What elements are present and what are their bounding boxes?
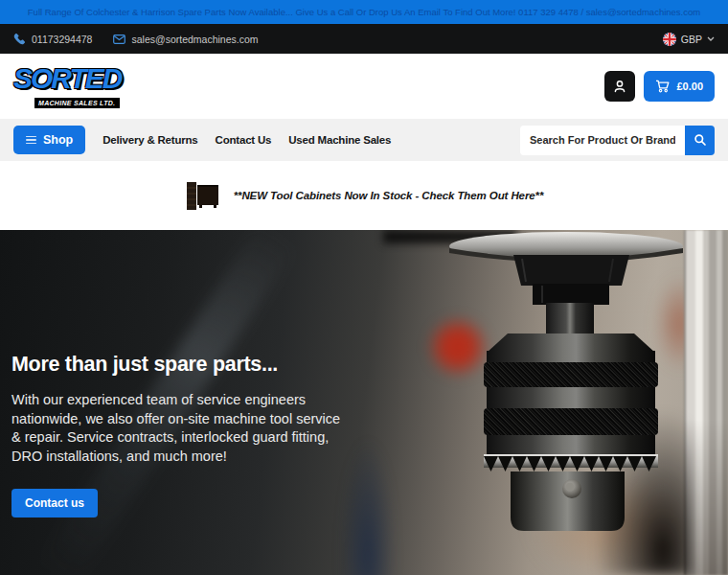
nav-link-contact-us[interactable]: Contact Us [216, 134, 272, 146]
utility-bar: 01173294478 sales@sortedmachines.com GBP [0, 24, 728, 54]
nav-bar: Shop Delivery & Returns Contact Us Used … [0, 119, 728, 161]
currency-code: GBP [681, 34, 702, 45]
search-button[interactable] [685, 126, 715, 155]
site-logo[interactable]: SORTED MACHINE SALES LTD. [13, 64, 121, 108]
envelope-icon [113, 34, 125, 44]
hero-heading: More than just spare parts... [11, 353, 343, 377]
currency-selector[interactable]: GBP [663, 33, 715, 46]
contact-us-button[interactable]: Contact us [11, 489, 98, 518]
chevron-down-icon [707, 36, 715, 41]
search-box [520, 126, 715, 155]
cart-icon [655, 80, 670, 93]
cart-total: £0.00 [676, 80, 703, 92]
cart-button[interactable]: £0.00 [644, 71, 715, 102]
hamburger-icon [26, 133, 36, 146]
uk-flag-icon [663, 33, 676, 46]
user-icon [612, 79, 627, 94]
hero-body-text: With our experienced team of service eng… [11, 391, 343, 467]
nav-link-delivery-returns[interactable]: Delivery & Returns [102, 134, 197, 146]
announcement-bar: Full Range Of Colchester & Harrison Spar… [0, 0, 728, 24]
phone-icon [13, 33, 26, 45]
nav-link-used-machine-sales[interactable]: Used Machine Sales [288, 134, 391, 146]
phone-number: 01173294478 [32, 34, 92, 45]
shop-label: Shop [43, 133, 73, 147]
main-header: SORTED MACHINE SALES LTD. £0.00 [0, 54, 728, 119]
hero-section: More than just spare parts... With our e… [0, 230, 728, 575]
search-icon [694, 133, 707, 147]
email-link[interactable]: sales@sortedmachines.com [113, 34, 258, 45]
logo-wordmark: SORTED [13, 64, 121, 93]
tool-cabinet-icon [185, 179, 221, 212]
hero-copy: More than just spare parts... With our e… [11, 353, 343, 518]
shop-menu-button[interactable]: Shop [13, 126, 85, 154]
logo-tagline: MACHINE SALES LTD. [34, 98, 120, 108]
phone-link[interactable]: 01173294478 [13, 33, 92, 45]
search-input[interactable] [520, 126, 685, 155]
announcement-text: Full Range Of Colchester & Harrison Spar… [28, 7, 700, 17]
promo-text: **NEW Tool Cabinets Now In Stock - Check… [234, 190, 544, 201]
promo-strip-link[interactable]: **NEW Tool Cabinets Now In Stock - Check… [0, 161, 728, 230]
account-button[interactable] [604, 71, 635, 102]
email-address: sales@sortedmachines.com [131, 34, 258, 45]
